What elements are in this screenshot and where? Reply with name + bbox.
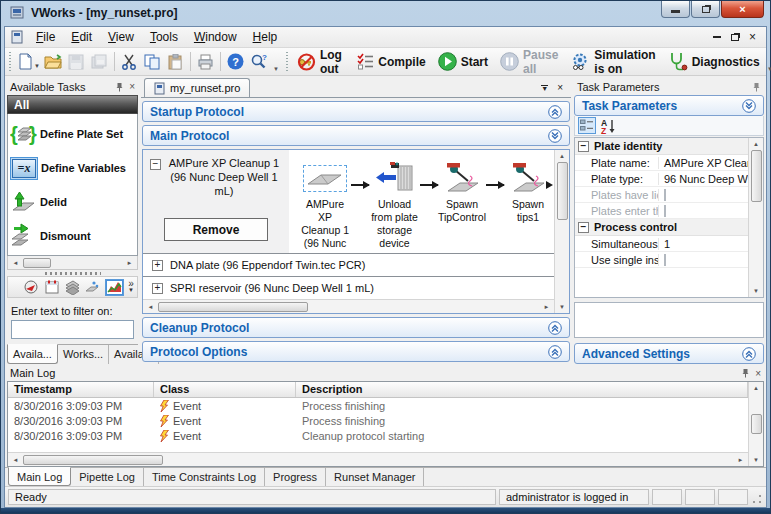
cut-button[interactable] (118, 50, 141, 73)
close-button[interactable]: × (721, 1, 764, 18)
advanced-settings-header[interactable]: Advanced Settings (574, 343, 764, 364)
left-tab-available-tasks[interactable]: Availa... (7, 344, 58, 364)
scroll-left-icon[interactable]: ◄ (145, 301, 156, 313)
scroll-right-icon[interactable]: ► (735, 454, 746, 466)
new-document-dropdown-icon[interactable]: ▼ (34, 63, 40, 69)
task-item-delid[interactable]: Delid (10, 185, 136, 219)
task-group-header[interactable]: All (7, 95, 138, 114)
document-tab[interactable]: my_runset.pro (144, 78, 250, 97)
log-row[interactable]: 8/30/2016 3:09:03 PM Event Cleanup proto… (8, 428, 748, 443)
chart-view-icon[interactable] (105, 279, 124, 296)
scroll-up-icon[interactable]: ▲ (751, 138, 762, 150)
flow-step-spawn-tipcontrol[interactable]: Spawn TipControl (438, 158, 486, 224)
log-vscrollbar[interactable]: ▲ ▼ (748, 382, 763, 466)
scrollbar-thumb[interactable] (158, 302, 308, 312)
new-document-button[interactable] (14, 50, 37, 73)
expand-chevron-icon[interactable] (742, 99, 756, 113)
toolbar-overflow-icon[interactable]: ▼ (270, 48, 282, 75)
menu-view[interactable]: View (100, 28, 142, 46)
checkbox[interactable] (664, 254, 666, 266)
collapse-category-button[interactable]: − (578, 141, 589, 152)
menu-help[interactable]: Help (245, 28, 286, 46)
collapse-chevron-icon[interactable] (548, 321, 562, 335)
scrollbar-thumb[interactable] (751, 150, 762, 202)
property-row-use-single-instance[interactable]: Use single inst (575, 252, 748, 268)
column-class[interactable]: Class (154, 382, 296, 397)
collapse-chevron-icon[interactable] (548, 345, 562, 359)
menu-window[interactable]: Window (186, 28, 245, 46)
expand-chevron-icon[interactable] (548, 129, 562, 143)
minimize-button[interactable] (661, 1, 690, 18)
mini-toolbar-overflow-icon[interactable]: »▼ (128, 280, 134, 294)
pin-icon[interactable] (741, 368, 750, 378)
close-panel-icon[interactable]: × (755, 368, 761, 379)
tab-runset-manager[interactable]: Runset Manager (326, 468, 424, 486)
collapse-chevron-icon[interactable] (548, 105, 562, 119)
tab-progress[interactable]: Progress (265, 468, 326, 486)
open-button[interactable] (42, 50, 65, 73)
flow-step-unload[interactable]: Unload from plate storage device (369, 158, 420, 251)
restore-button[interactable] (691, 1, 720, 18)
task-item-define-plate-set[interactable]: {} Define Plate Set (10, 117, 136, 151)
left-tab-workspace[interactable]: Works... (58, 345, 109, 364)
log-hscrollbar[interactable]: ◄ ► (8, 452, 748, 466)
tab-overflow-icon[interactable]: ▼ (541, 85, 548, 91)
column-description[interactable]: Description (296, 382, 748, 397)
flow-step-ampure[interactable]: AMPure XP Cleanup 1 (96 Nunc Deep Well 1… (299, 158, 351, 253)
mdi-restore-button[interactable] (731, 34, 739, 41)
filter-input[interactable] (11, 320, 134, 339)
mdi-close-button[interactable]: × (749, 32, 756, 42)
flow-step-spawn-tips1[interactable]: Spawn tips1 (504, 158, 552, 224)
collapse-chevron-icon[interactable] (742, 347, 756, 361)
scroll-down-icon[interactable]: ▼ (557, 301, 568, 313)
menu-tools[interactable]: Tools (142, 28, 186, 46)
toolbar-overflow-icon[interactable]: ▼ (766, 48, 771, 75)
tab-main-log[interactable]: Main Log (8, 467, 71, 486)
scroll-down-icon[interactable]: ▼ (751, 285, 762, 297)
property-row-plate-type[interactable]: Plate type: 96 Nunc Deep W (575, 171, 748, 187)
property-grid-vscrollbar[interactable]: ▲ ▼ (748, 138, 763, 297)
scroll-left-icon[interactable]: ◄ (10, 454, 21, 466)
process-spri-reservoir[interactable]: + SPRI reservoir (96 Nunc Deep Well 1 mL… (143, 277, 554, 299)
close-panel-icon[interactable]: × (129, 81, 135, 92)
search-button[interactable]: ? (247, 50, 270, 73)
category-plate-identity[interactable]: − Plate identity (575, 138, 748, 155)
layers-view-icon[interactable] (64, 279, 81, 295)
calendar-view-icon[interactable] (44, 279, 60, 295)
property-row-plate-name[interactable]: Plate name: AMPure XP Clean (575, 155, 748, 171)
diagnostics-button[interactable]: Diagnostics (662, 50, 766, 73)
task-parameters-header[interactable]: Task Parameters (574, 95, 764, 116)
compile-button[interactable]: Compile (351, 51, 431, 72)
menu-file[interactable]: File (28, 28, 63, 46)
scrollbar-thumb[interactable] (23, 258, 51, 268)
process-dna-plate[interactable]: + DNA plate (96 Eppendorf Twin.tec PCR) (143, 254, 554, 276)
tab-pipette-log[interactable]: Pipette Log (71, 468, 144, 486)
categorized-view-icon[interactable] (578, 117, 596, 134)
start-button[interactable]: Start (432, 50, 494, 73)
pin-icon[interactable] (752, 82, 761, 92)
tab-time-constraints-log[interactable]: Time Constraints Log (144, 468, 265, 486)
close-document-icon[interactable]: × (557, 82, 563, 93)
log-out-button[interactable]: Log out (291, 46, 351, 78)
scrollbar-thumb[interactable] (23, 455, 163, 465)
liquid-view-icon[interactable] (85, 279, 101, 295)
log-row[interactable]: 8/30/2016 3:09:03 PM Event Process finis… (8, 413, 748, 428)
task-list-hscrollbar[interactable]: ◄ ► (7, 256, 138, 270)
paste-button[interactable] (164, 50, 187, 73)
print-button[interactable] (194, 50, 217, 73)
scroll-up-icon[interactable]: ▲ (751, 382, 762, 394)
collapse-process-button[interactable]: − (150, 159, 161, 170)
protocol-options-header[interactable]: Protocol Options (142, 341, 570, 362)
scrollbar-thumb[interactable] (751, 414, 762, 434)
resize-grip[interactable] (751, 493, 763, 505)
remove-button[interactable]: Remove (164, 218, 268, 241)
scroll-left-icon[interactable]: ◄ (10, 257, 21, 269)
property-row-simultaneous[interactable]: Simultaneous 1 (575, 236, 748, 252)
column-timestamp[interactable]: Timestamp (8, 382, 154, 397)
log-row[interactable]: 8/30/2016 3:09:03 PM Event Process finis… (8, 398, 748, 413)
collapse-category-button[interactable]: − (578, 222, 589, 233)
cleanup-protocol-header[interactable]: Cleanup Protocol (142, 317, 570, 338)
task-item-dismount[interactable]: Dismount (10, 219, 136, 253)
device-view-icon[interactable] (23, 279, 40, 295)
category-process-control[interactable]: − Process control (575, 219, 748, 236)
